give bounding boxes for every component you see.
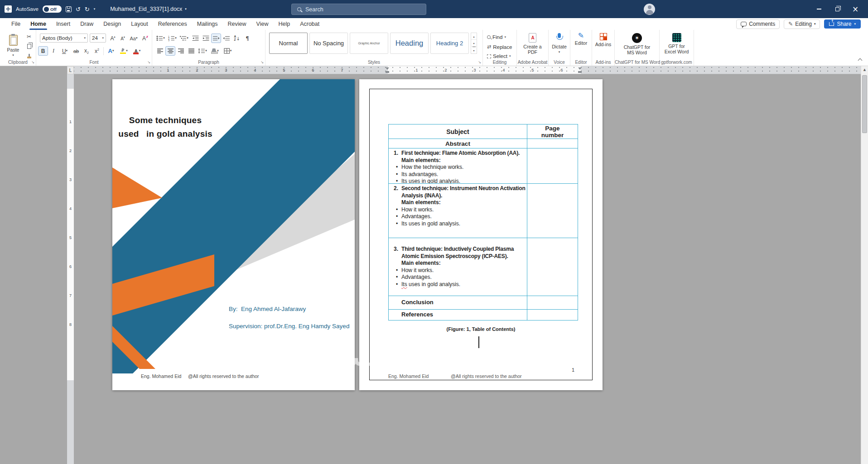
paste-button[interactable]: Paste ▾ [3,32,24,61]
clipboard-dialog-launcher[interactable]: ↘ [31,61,34,64]
align-center-button[interactable] [165,46,175,56]
addins-button[interactable]: Add-ins [592,30,614,59]
vertical-scrollbar[interactable]: ▲ [861,66,868,464]
font-dialog-launcher[interactable]: ↘ [147,61,150,64]
indent-marker[interactable] [578,67,582,73]
gallery-more-icon[interactable]: ▾ [473,47,476,53]
references-cell[interactable]: References [389,310,527,320]
copy-button[interactable] [24,42,34,51]
document-title[interactable]: Muhamed_Eid_3337[1].docx ▾ [110,6,187,12]
underline-button[interactable]: ▾ [59,46,71,56]
ltr-direction-button[interactable] [211,33,221,43]
create-pdf-button[interactable]: Create a PDF [517,30,548,59]
table-caption[interactable]: (Figure: 1, Table of Contents) [369,326,593,332]
superscript-button[interactable] [92,46,102,56]
numbering-button[interactable]: 123 ▾ [167,33,178,43]
quick-access-chevron-icon[interactable]: ▾ [94,8,96,11]
restore-button[interactable] [828,0,846,18]
justify-button[interactable] [186,46,196,56]
align-right-button[interactable] [176,46,186,56]
abstract-cell[interactable]: Abstract [389,139,527,148]
increase-indent-button[interactable] [201,33,211,43]
line-spacing-button[interactable]: ▾ [197,46,208,56]
align-left-button[interactable] [155,46,165,56]
style-normal[interactable]: Normal [269,33,308,54]
tab-references[interactable]: References [153,18,192,30]
save-icon[interactable] [66,6,72,12]
rtl-direction-button[interactable] [222,33,231,43]
tab-file[interactable]: File [6,18,25,30]
table-row[interactable]: 3.Third technique: Inductively Coupled P… [389,238,578,296]
dictate-button[interactable]: Dictate ▾ [549,30,570,59]
footer-name[interactable]: Eng. Mohamed Eid [388,373,429,379]
show-marks-button[interactable] [242,33,252,43]
gpt-excel-word-button[interactable]: GPT for Excel Word [660,30,694,59]
chatgpt-button[interactable]: ChatGPT for MS Word [615,30,659,59]
scrollbar-thumb[interactable] [862,75,867,133]
avatar[interactable] [644,4,655,15]
replace-button[interactable]: Replace [487,44,512,50]
page-number[interactable]: 1 [569,367,578,373]
style-heading[interactable]: Heading [390,33,429,54]
share-button[interactable]: Share ▾ [824,19,861,29]
borders-button[interactable]: ▾ [222,46,234,56]
shading-button[interactable]: ▾ [209,46,221,56]
footer-rights[interactable]: @All rights reserved to the author [188,373,259,379]
bullets-button[interactable]: ▾ [155,33,166,43]
decrease-indent-button[interactable] [190,33,200,43]
editor-button[interactable]: Editor [570,30,592,59]
tab-mailings[interactable]: Mailings [192,18,223,30]
toc-table[interactable]: Subject Page number Abstract 1.First tec… [388,124,578,320]
tab-acrobat[interactable]: Acrobat [295,18,324,30]
table-row[interactable]: Abstract [389,139,578,148]
undo-icon[interactable]: ↺ [76,6,81,12]
multilevel-list-button[interactable]: ▾ [178,33,190,43]
font-size-combo[interactable]: 24▾ [90,33,106,43]
editing-mode-button[interactable]: Editing ▾ [784,19,820,29]
style-heading-2[interactable]: Heading 2 [430,33,469,54]
indent-marker[interactable] [385,67,389,73]
style-no-spacing[interactable]: No Spacing [309,33,348,54]
search-input[interactable]: Search [291,4,426,15]
horizontal-ruler[interactable]: 1 2 3 4 5 6 7 1 2 3 4 5 6 [74,66,861,74]
cover-supervision-line[interactable]: Supervision: prof.Dr.Eng. Eng Hamdy Saye… [229,323,349,330]
table-row[interactable]: References [389,309,578,320]
table-header-row[interactable]: Subject Page number [389,124,578,139]
tab-insert[interactable]: Insert [51,18,75,30]
styles-dialog-launcher[interactable]: ↘ [478,61,481,64]
sort-button[interactable] [232,33,242,43]
tab-design[interactable]: Design [98,18,126,30]
collapse-ribbon-icon[interactable] [858,58,863,63]
text-effects-button[interactable]: ▾ [105,46,117,56]
bold-button[interactable] [38,46,48,56]
tab-view[interactable]: View [251,18,274,30]
cover-page[interactable]: Some techniques used in gold analysis By… [112,79,355,390]
find-button[interactable]: Find ▾ [487,34,506,40]
scroll-up-icon[interactable]: ▲ [861,66,868,73]
autosave-toggle[interactable]: Off [43,5,62,13]
tab-draw[interactable]: Draw [75,18,98,30]
minimize-button[interactable] [810,0,828,18]
tab-help[interactable]: Help [273,18,295,30]
footer-name[interactable]: Eng. Mohamed Eid [141,373,181,379]
close-button[interactable] [846,0,864,18]
shrink-font-button[interactable] [118,33,128,43]
footer-rights[interactable]: @All rights reserved to the author [451,373,522,379]
tab-stop-selector[interactable]: L [67,66,74,74]
tab-review[interactable]: Review [223,18,251,30]
tab-layout[interactable]: Layout [126,18,153,30]
style-graphic-anchor[interactable]: Graphic Anchor [350,33,388,54]
change-case-button[interactable]: ▾ [128,33,140,43]
col-header-subject[interactable]: Subject [389,124,527,139]
toc-page[interactable]: Subject Page number Abstract 1.First tec… [359,79,603,390]
col-header-page-number[interactable]: Page number [527,124,578,139]
table-row[interactable]: 2.Second technique: Instrument Neutron A… [389,183,578,238]
cover-title[interactable]: Some techniques used in gold analysis [116,114,215,140]
italic-button[interactable] [48,46,58,56]
clear-formatting-button[interactable] [140,33,150,43]
grow-font-button[interactable] [108,33,118,43]
table-row[interactable]: Conclusion [389,296,578,309]
conclusion-cell[interactable]: Conclusion [389,296,527,309]
app-icon[interactable] [5,5,12,13]
highlight-button[interactable]: ▾ [117,46,130,56]
